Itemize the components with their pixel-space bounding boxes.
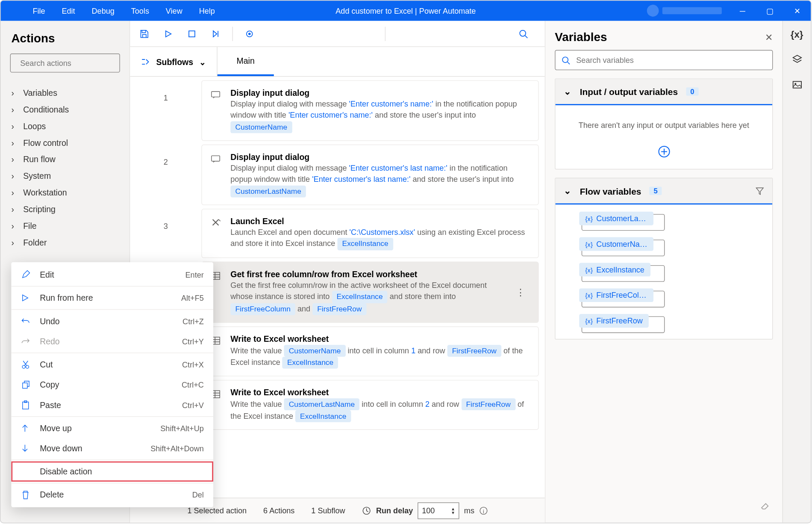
chevron-down-icon: ⌄ — [564, 86, 571, 97]
search-variables-input[interactable] — [576, 56, 766, 65]
filter-icon[interactable] — [756, 187, 764, 195]
close-panel-button[interactable]: ✕ — [765, 32, 773, 43]
variable-chip[interactable]: {x}ExcelInstance — [579, 263, 668, 281]
ctx-undo[interactable]: UndoCtrl+Z — [11, 311, 213, 331]
subflows-dropdown[interactable]: Subflows ⌄ — [130, 47, 218, 76]
run-delay-label: Run delay — [376, 506, 413, 515]
action-card[interactable]: Get first free column/row from Excel wor… — [201, 261, 539, 323]
record-button[interactable] — [240, 24, 259, 43]
user-badge — [647, 5, 722, 17]
svg-point-20 — [22, 365, 25, 368]
io-variables-header[interactable]: ⌄ Input / output variables 0 — [556, 79, 772, 105]
run-button[interactable] — [159, 24, 177, 43]
tree-file[interactable]: ›File — [0, 218, 129, 234]
window-title: Add customer to Excel | Power Automate — [335, 6, 476, 15]
close-button[interactable]: ✕ — [783, 0, 811, 21]
action-card[interactable]: Display input dialogDisplay input dialog… — [201, 145, 539, 205]
subflows-icon — [141, 57, 150, 66]
search-actions[interactable] — [10, 53, 120, 72]
svg-rect-7 — [212, 92, 220, 97]
io-variables-section: ⌄ Input / output variables 0 There aren'… — [555, 78, 773, 169]
svg-line-16 — [568, 62, 570, 64]
flow-variables-section: ⌄ Flow variables 5 {x}CustomerLast...{x}… — [555, 178, 773, 340]
svg-point-21 — [26, 365, 29, 368]
ctx-paste[interactable]: PasteCtrl+V — [11, 395, 213, 415]
io-count-badge: 0 — [686, 87, 698, 95]
tree-conditionals[interactable]: ›Conditionals — [0, 101, 129, 118]
more-icon[interactable]: ⋮ — [511, 286, 530, 297]
menu-bar: FileEditDebugToolsViewHelp — [0, 1, 223, 20]
ctx-move-down[interactable]: Move downShift+Alt+Down — [11, 438, 213, 458]
ctx-cut[interactable]: CutCtrl+X — [11, 354, 213, 374]
ctx-move-up[interactable]: Move upShift+Alt+Up — [11, 418, 213, 438]
info-icon[interactable]: i — [479, 506, 487, 515]
action-icon — [210, 152, 222, 197]
tree-run-flow[interactable]: ›Run flow — [0, 151, 129, 168]
right-rail: {x} — [783, 21, 811, 523]
tree-workstation[interactable]: ›Workstation — [0, 184, 129, 201]
images-rail-icon[interactable] — [791, 79, 802, 90]
menu-debug[interactable]: Debug — [83, 1, 123, 20]
tree-loops[interactable]: ›Loops — [0, 118, 129, 134]
action-icon — [210, 88, 222, 133]
svg-rect-22 — [23, 383, 27, 388]
variables-title: Variables — [555, 30, 607, 44]
stop-button[interactable] — [182, 24, 201, 43]
search-flow-button[interactable] — [514, 24, 533, 43]
svg-rect-18 — [793, 81, 801, 88]
minimize-button[interactable]: ─ — [729, 0, 756, 21]
action-card[interactable]: Display input dialogDisplay input dialog… — [201, 80, 539, 141]
next-button[interactable] — [206, 24, 225, 43]
eraser-icon[interactable] — [760, 500, 771, 511]
action-title: Write to Excel worksheet — [230, 388, 530, 397]
action-title: Write to Excel worksheet — [230, 334, 530, 343]
variable-chip[interactable]: {x}FirstFreeColumn — [579, 288, 668, 306]
menu-edit[interactable]: Edit — [53, 1, 83, 20]
ctx-copy[interactable]: CopyCtrl+C — [11, 375, 213, 395]
variable-chip[interactable]: {x}CustomerName — [579, 237, 668, 255]
action-title: Get first free column/row from Excel wor… — [230, 269, 503, 278]
ctx-redo[interactable]: RedoCtrl+Y — [11, 331, 213, 351]
run-delay-input[interactable]: 100▲▼ — [418, 502, 459, 519]
ctx-run-from-here[interactable]: Run from hereAlt+F5 — [11, 288, 213, 308]
status-selected: 1 Selected action — [188, 506, 247, 515]
add-io-variable-button[interactable] — [556, 145, 772, 169]
ctx-edit[interactable]: EditEnter — [11, 265, 213, 285]
svg-point-5 — [520, 30, 526, 36]
chevron-down-icon: ⌄ — [564, 186, 571, 196]
menu-view[interactable]: View — [157, 1, 191, 20]
save-button[interactable] — [135, 24, 154, 43]
svg-point-15 — [562, 57, 568, 62]
svg-rect-2 — [189, 31, 195, 37]
search-actions-input[interactable] — [20, 59, 120, 68]
context-menu: EditEnterRun from hereAlt+F5UndoCtrl+ZRe… — [11, 262, 213, 507]
tree-system[interactable]: ›System — [0, 168, 129, 184]
menu-help[interactable]: Help — [191, 1, 223, 20]
tree-flow-control[interactable]: ›Flow control — [0, 134, 129, 151]
svg-rect-8 — [212, 156, 220, 161]
tree-folder[interactable]: ›Folder — [0, 234, 129, 251]
svg-text:i: i — [482, 508, 484, 514]
status-actions: 6 Actions — [263, 506, 294, 515]
status-subflows: 1 Subflow — [311, 506, 345, 515]
layers-rail-icon[interactable] — [791, 54, 802, 65]
variables-rail-icon[interactable]: {x} — [791, 29, 803, 40]
maximize-button[interactable]: ▢ — [756, 0, 783, 21]
search-variables[interactable] — [555, 50, 773, 70]
action-card[interactable]: Write to Excel worksheetWrite the value … — [201, 326, 539, 376]
ctx-delete[interactable]: DeleteDel — [11, 485, 213, 505]
flow-variables-header[interactable]: ⌄ Flow variables 5 — [556, 178, 772, 204]
io-variables-title: Input / output variables — [580, 86, 678, 97]
action-card[interactable]: Write to Excel worksheetWrite the value … — [201, 380, 539, 430]
tree-variables[interactable]: ›Variables — [0, 84, 129, 101]
menu-file[interactable]: File — [24, 1, 53, 20]
action-card[interactable]: Launch ExcelLaunch Excel and open docume… — [201, 208, 539, 258]
toolbar — [130, 21, 544, 47]
variable-chip[interactable]: {x}CustomerLast... — [579, 212, 668, 230]
tree-scripting[interactable]: ›Scripting — [0, 201, 129, 218]
tab-main[interactable]: Main — [218, 47, 274, 76]
ctx-disable-action[interactable]: Disable action — [11, 462, 213, 482]
io-empty-text: There aren't any input or output variabl… — [556, 105, 772, 145]
menu-tools[interactable]: Tools — [123, 1, 157, 20]
variable-chip[interactable]: {x}FirstFreeRow — [579, 314, 668, 332]
